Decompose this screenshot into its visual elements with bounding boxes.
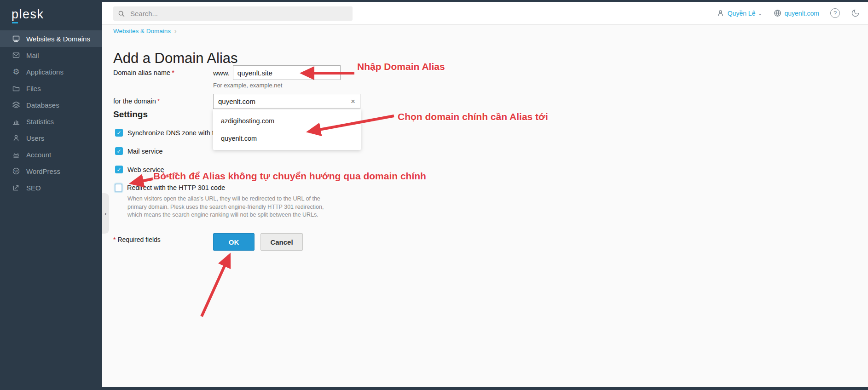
sidebar-item-label: WordPress xyxy=(26,167,60,175)
breadcrumb-link-websites-domains[interactable]: Websites & Domains xyxy=(113,28,171,34)
sidebar-item-seo[interactable]: SEO xyxy=(0,179,102,196)
sidebar-item-label: Applications xyxy=(26,68,64,76)
dark-mode-toggle[interactable] xyxy=(851,9,860,17)
sync-dns-checkbox[interactable]: ✓ xyxy=(115,129,123,137)
sidebar-item-websites-domains[interactable]: Websites & Domains xyxy=(0,30,102,47)
mail-icon xyxy=(12,51,20,59)
for-the-domain-label: for the domain* xyxy=(113,98,160,105)
bottom-edge-bar xyxy=(0,387,868,390)
search-box xyxy=(113,6,353,21)
search-icon xyxy=(118,10,125,17)
site-name: quyenlt.com xyxy=(785,10,819,17)
web-service-checkbox[interactable]: ✓ xyxy=(115,166,123,173)
folder-icon xyxy=(12,84,20,92)
sidebar-item-label: Account xyxy=(26,151,51,159)
sidebar-item-wordpress[interactable]: W WordPress xyxy=(0,163,102,179)
monitor-icon xyxy=(12,34,20,43)
domain-dropdown-list: azdigihosting.com quyenlt.com xyxy=(213,109,361,150)
moon-icon xyxy=(851,9,860,17)
ok-button[interactable]: OK xyxy=(213,233,255,251)
chart-icon xyxy=(12,117,20,126)
required-asterisk: * xyxy=(172,69,174,76)
sidebar-item-label: Databases xyxy=(26,101,59,109)
current-site-link[interactable]: quyenlt.com xyxy=(774,9,819,17)
settings-heading: Settings xyxy=(113,109,148,120)
redirect-301-description: When visitors open the alias's URL, they… xyxy=(127,195,339,219)
sidebar-item-mail[interactable]: Mail xyxy=(0,47,102,63)
annotation-enter-domain-alias: Nhập Domain Alias xyxy=(357,61,445,72)
checkbox-row-redirect-301[interactable]: ✓ Redirect with the HTTP 301 code xyxy=(115,184,225,192)
domain-alias-input[interactable] xyxy=(233,65,341,80)
topbar: Quyền Lê ⌄ quyenlt.com ? xyxy=(102,2,868,25)
plesk-logo: plesk xyxy=(12,7,44,22)
checkbox-row-mail-service[interactable]: ✓ Mail service xyxy=(115,147,163,155)
help-button[interactable]: ? xyxy=(830,8,840,18)
required-fields-note: *Required fields xyxy=(113,236,161,243)
www-prefix: www. xyxy=(213,69,230,77)
sidebar-item-account[interactable]: Account xyxy=(0,146,102,163)
domain-alias-name-label: Domain alias name* xyxy=(113,69,174,76)
mail-service-label[interactable]: Mail service xyxy=(127,147,163,155)
sidebar-item-label: SEO xyxy=(26,184,41,192)
gear-icon: ⚙ xyxy=(12,68,20,76)
sidebar-item-files[interactable]: Files xyxy=(0,80,102,97)
crown-icon xyxy=(12,150,20,159)
annotation-uncheck-redirect: Bỏ tích để Alias không tự chuyển hướng q… xyxy=(153,171,426,182)
plesk-app: plesk Websites & Domains Mail ⚙ Applicat… xyxy=(0,0,868,390)
sidebar-item-label: Mail xyxy=(26,52,39,59)
database-icon xyxy=(12,101,20,109)
globe-icon xyxy=(774,9,781,17)
dropdown-option-azdigihosting[interactable]: azdigihosting.com xyxy=(213,112,361,130)
sidebar-item-applications[interactable]: ⚙ Applications xyxy=(0,63,102,80)
question-icon: ? xyxy=(833,10,837,17)
user-icon xyxy=(12,134,20,142)
combobox-value: quyenlt.com xyxy=(214,98,346,105)
arrow-to-ok-button xyxy=(202,256,229,316)
clear-icon[interactable]: × xyxy=(346,97,360,106)
redirect-301-label[interactable]: Redirect with the HTTP 301 code xyxy=(127,184,225,191)
user-name: Quyền Lê xyxy=(728,10,756,17)
sidebar-nav: Websites & Domains Mail ⚙ Applications F… xyxy=(0,30,102,196)
sidebar-item-databases[interactable]: Databases xyxy=(0,97,102,113)
sidebar-item-label: Files xyxy=(26,85,41,92)
user-menu[interactable]: Quyền Lê ⌄ xyxy=(717,9,763,17)
domain-alias-hint: For example, example.net xyxy=(213,82,282,89)
topbar-right-cluster: Quyền Lê ⌄ quyenlt.com ? xyxy=(717,2,860,24)
sidebar-collapse-handle[interactable]: ‹ xyxy=(102,193,109,234)
sidebar: plesk Websites & Domains Mail ⚙ Applicat… xyxy=(0,0,102,390)
for-the-domain-combobox[interactable]: quyenlt.com × xyxy=(213,94,360,109)
sidebar-item-statistics[interactable]: Statistics xyxy=(0,113,102,130)
wordpress-icon: W xyxy=(12,167,20,175)
mail-service-checkbox[interactable]: ✓ xyxy=(115,147,123,155)
page-title: Add a Domain Alias xyxy=(113,50,238,67)
seo-icon xyxy=(12,184,20,192)
user-icon xyxy=(717,9,724,17)
domain-alias-field-row: www. xyxy=(213,65,341,80)
breadcrumb-separator: › xyxy=(174,28,177,34)
dropdown-option-quyenlt[interactable]: quyenlt.com xyxy=(213,130,361,147)
cancel-button[interactable]: Cancel xyxy=(260,233,303,251)
required-asterisk: * xyxy=(157,98,160,105)
annotation-choose-primary-domain: Chọn domain chính cần Alias tới xyxy=(398,111,548,122)
svg-text:W: W xyxy=(14,169,18,173)
sidebar-item-label: Statistics xyxy=(26,118,54,126)
chevron-down-icon: ⌄ xyxy=(758,10,762,17)
sidebar-item-label: Users xyxy=(26,134,44,142)
sidebar-item-users[interactable]: Users xyxy=(0,130,102,146)
redirect-301-checkbox[interactable]: ✓ xyxy=(115,184,122,192)
plesk-logo-underline xyxy=(12,22,18,23)
sidebar-item-label: Websites & Domains xyxy=(26,35,90,43)
search-input[interactable] xyxy=(129,9,334,18)
breadcrumb: Websites & Domains › xyxy=(113,28,177,34)
collapse-chevron-icon: ‹ xyxy=(104,210,106,217)
